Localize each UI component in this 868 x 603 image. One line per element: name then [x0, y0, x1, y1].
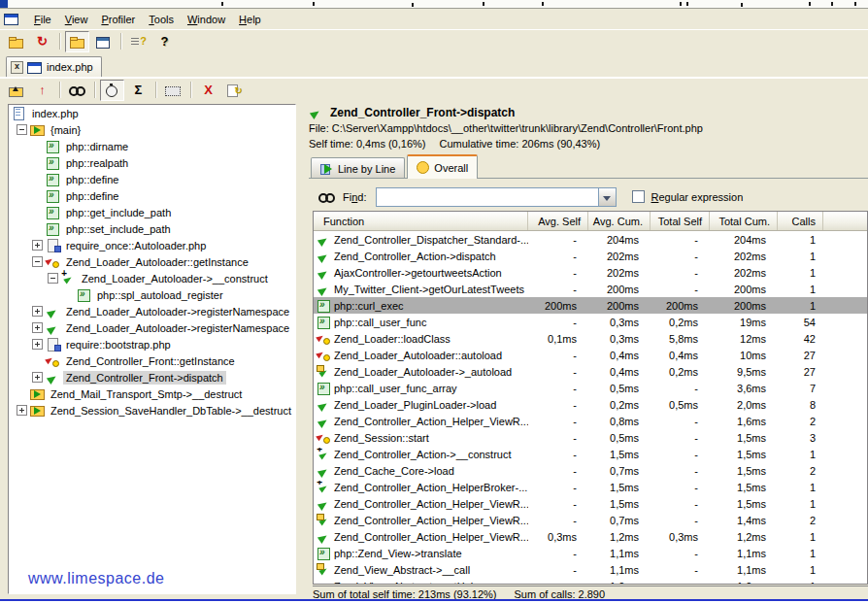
tree-item[interactable]: {main}	[9, 121, 295, 138]
tree-item[interactable]: Zend_Controller_Front::getInstance	[9, 352, 295, 369]
table-row[interactable]: Zend_Loader_Autoloader::autoload - 0,4ms…	[314, 347, 867, 363]
expander-icon[interactable]	[32, 322, 43, 333]
toolbar-button[interactable]	[56, 31, 63, 52]
tree-item[interactable]: require::bootstrap.php	[9, 336, 295, 352]
table-row[interactable]: Zend_Controller_Dispatcher_Standard-... …	[314, 231, 867, 248]
open-button[interactable]	[4, 31, 28, 52]
find-combobox[interactable]	[376, 187, 617, 207]
table-row[interactable]: Zend_Controller_Action->__construct - 1,…	[314, 446, 867, 462]
find-input[interactable]	[377, 188, 598, 206]
tree-item[interactable]: require_once::Autoloader.php	[9, 237, 295, 253]
tab-index-php[interactable]: x index.php	[6, 56, 102, 77]
expander-icon[interactable]	[32, 256, 43, 267]
table-row[interactable]: My_Twitter_Client->getOurLatestTweets - …	[314, 281, 867, 297]
tree-item-label: {main}	[48, 123, 83, 137]
avg-cum-value: 200ms	[588, 284, 651, 295]
menu-help[interactable]: Help	[232, 12, 268, 27]
tree-item[interactable]: Zend_Loader_Autoloader->registerNamespac…	[9, 319, 295, 336]
expander-icon[interactable]	[32, 372, 43, 383]
toolbar-button[interactable]	[91, 80, 98, 101]
menu-file[interactable]: File	[27, 12, 58, 27]
table-row[interactable]: Zend_Controller_Action_Helper_ViewR... -…	[314, 413, 867, 429]
toolbar-button[interactable]	[152, 80, 159, 101]
tree-item[interactable]: php::realpath	[9, 154, 295, 171]
tree-item[interactable]: Zend_Loader_Autoloader::getInstance	[9, 253, 295, 270]
tree-item[interactable]: php::define	[9, 187, 295, 204]
menu-tools[interactable]: Tools	[142, 12, 181, 27]
table-row[interactable]: AjaxController->getourtweetsAction - 202…	[314, 264, 867, 281]
tree-item[interactable]: Zend_Controller_Front->dispatch	[9, 369, 295, 385]
function-name: Zend_Cache_Core->load	[334, 465, 454, 477]
column-header-total-cum[interactable]: Total Cum.	[710, 212, 778, 230]
column-header-calls[interactable]: Calls	[778, 212, 823, 230]
tree-item[interactable]: Zend_Loader_Autoloader->registerNamespac…	[9, 303, 295, 319]
table-row[interactable]: php::call_user_func_array - 0,5ms - 3,6m…	[314, 380, 867, 396]
navigate-up-button[interactable]: ↑	[30, 80, 54, 101]
toolbar-button[interactable]	[117, 31, 124, 52]
table-row[interactable]: php::call_user_func - 0,3ms 0,2ms 19ms 5…	[314, 314, 867, 330]
table-row[interactable]: Zend_Controller_Action_Helper_ViewR... -…	[314, 495, 867, 512]
regex-checkbox[interactable]	[632, 190, 645, 203]
tree-item[interactable]: index.php	[9, 105, 295, 121]
table-row[interactable]: Zend_Loader::loadClass 0,1ms 0,3ms 5,8ms…	[314, 330, 867, 347]
table-row[interactable]: Zend_Cache_Core->load - 0,7ms - 1,5ms 2	[314, 462, 867, 479]
log-button[interactable]	[126, 31, 150, 52]
total-cum-value: 1,5ms	[710, 449, 778, 460]
tree-item[interactable]: php::set_include_path	[9, 220, 295, 237]
column-header-total-self[interactable]: Total Self	[651, 212, 710, 230]
stopwatch-button[interactable]	[100, 80, 124, 101]
expander-icon[interactable]	[48, 273, 58, 284]
table-row[interactable]: Zend_Controller_Action_Helper_ViewR... 0…	[314, 528, 867, 545]
column-header-function[interactable]: Function	[314, 212, 528, 230]
table-row[interactable]: php::curl_exec 200ms 200ms 200ms 200ms 1	[314, 297, 867, 314]
table-row[interactable]: Zend_View_Abstract->__call - 1,1ms - 1,1…	[314, 561, 867, 578]
tree-item[interactable]: Zend_Loader_Autoloader->__construct	[9, 270, 295, 286]
toolbar-button[interactable]	[187, 80, 194, 101]
calls-value: 8	[778, 399, 823, 411]
close-icon[interactable]: x	[11, 61, 23, 74]
expander-icon[interactable]	[32, 306, 43, 317]
table-row[interactable]: Zend_Controller_Action->dispatch - 202ms…	[314, 248, 867, 264]
properties-button[interactable]	[91, 31, 116, 52]
table-row[interactable]: Zend_Loader_PluginLoader->load - 0,2ms 0…	[314, 396, 867, 413]
function-name: Zend_Loader::loadClass	[334, 333, 451, 345]
toolbar-button[interactable]	[56, 80, 63, 101]
tree-item[interactable]: Zend_Session_SaveHandler_DbTable->__dest…	[9, 402, 295, 419]
table-row[interactable]: php::Zend_View->translate - 1,1ms - 1,1m…	[314, 545, 867, 561]
tree-item[interactable]: php::dirname	[9, 138, 295, 154]
expander-icon[interactable]	[17, 405, 27, 416]
expander-icon[interactable]	[32, 240, 43, 251]
refresh-script-button[interactable]	[222, 80, 247, 101]
menu-window[interactable]: Window	[181, 12, 232, 27]
find-button[interactable]	[65, 80, 89, 101]
avg-cum-value: 202ms	[588, 251, 651, 262]
table-row[interactable]: Zend_Controller_Action_Helper_ViewR... -…	[314, 512, 867, 528]
avg-self-value: -	[528, 399, 588, 411]
table-row[interactable]: Zend_Loader_Autoloader->_autoload - 0,4m…	[314, 363, 867, 380]
tab-overall[interactable]: Overall	[407, 154, 478, 179]
column-header-avg-cum[interactable]: Avg. Cum.	[588, 212, 651, 230]
tree-item[interactable]: Zend_Mail_Transport_Smtp->__destruct	[9, 385, 295, 402]
reload-button[interactable]: ↻	[30, 31, 54, 52]
delete-button[interactable]: X	[196, 80, 220, 101]
menu-view[interactable]: View	[58, 12, 95, 27]
chevron-down-icon[interactable]	[598, 188, 616, 206]
menu-profiler[interactable]: Profiler	[94, 12, 142, 27]
tree-item[interactable]: php::define	[9, 171, 295, 187]
tree-item[interactable]: php::spl_autoload_register	[9, 286, 295, 303]
tree-item[interactable]: php::get_include_path	[9, 204, 295, 220]
total-self-value: 0,2ms	[651, 317, 710, 328]
help-button[interactable]: ?	[152, 31, 177, 52]
profile-browse-button[interactable]	[65, 31, 89, 52]
tab-line-by-line[interactable]: Line by Line	[311, 157, 405, 179]
ruler-button[interactable]	[161, 80, 185, 101]
table-row[interactable]: Zend_Session::start - 0,5ms - 1,5ms 3	[314, 429, 867, 446]
summary-button[interactable]: Σ	[126, 80, 150, 101]
column-header-avg-self[interactable]: Avg. Self	[528, 212, 588, 230]
table-row[interactable]: Zend_View_Abstract->getHelper - 1,0ms - …	[314, 578, 867, 585]
folder-up-button[interactable]	[4, 80, 28, 101]
expander-icon[interactable]	[32, 339, 43, 350]
expander-icon[interactable]	[17, 124, 27, 135]
function-name: Zend_Controller_Action_Helper_ViewR...	[334, 531, 528, 543]
table-row[interactable]: Zend_Controller_Action_HelperBroker-... …	[314, 479, 867, 495]
